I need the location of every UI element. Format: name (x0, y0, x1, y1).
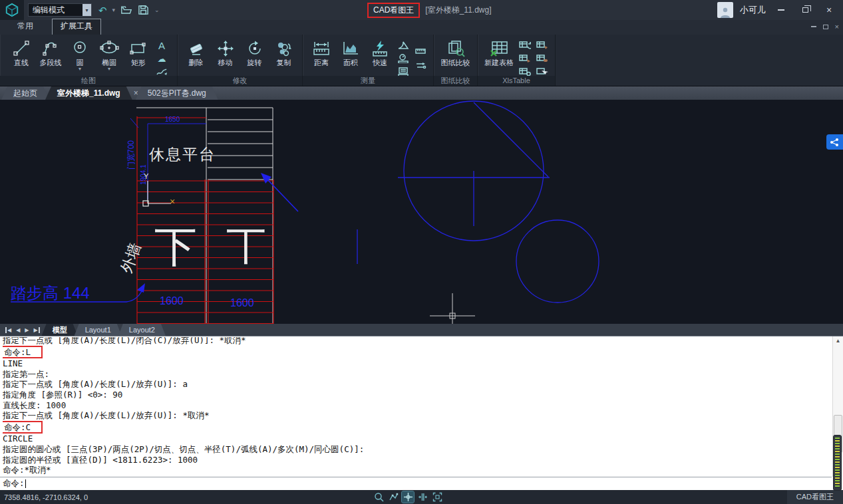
ribbon-group-compare: 图纸比较 图纸比较 (434, 35, 478, 86)
doc-close-icon[interactable]: × (835, 23, 839, 31)
command-line: 指定第一点: (3, 369, 831, 380)
split-view-icon[interactable] (417, 491, 428, 503)
drawing-compare-button[interactable]: 图纸比较 (436, 37, 476, 66)
title-bar: 编辑模式 ▾ ↶ ▾ ⌄ CAD看图王 [室外楼梯_11.dwg] (0, 0, 843, 20)
ribbon-group-draw: 直线 多段线 圆 ▾ 椭圆 ▾ (0, 35, 178, 86)
command-line: 指定角度 [参照(R)] <0>: 90 (3, 390, 831, 400)
command-highlight: 命令:C (3, 421, 43, 434)
measure-extra-tools-2 (413, 39, 428, 78)
offset-arrows-icon[interactable] (413, 59, 428, 71)
measure-extra-tools-1 (396, 39, 411, 78)
document-window-controls: × (811, 23, 839, 31)
mode-select[interactable]: 编辑模式 ▾ (28, 3, 92, 17)
measure-group-label: 测量 (303, 76, 433, 86)
user-avatar[interactable] (717, 2, 733, 18)
tab-model[interactable]: 模型 (42, 324, 78, 336)
xls-import-table-icon[interactable] (518, 53, 532, 64)
quick-measure-button[interactable]: 快速 (365, 37, 395, 66)
title-bar-right: 小可儿 × (717, 0, 843, 20)
new-table-button[interactable]: 新建表格 (482, 37, 516, 66)
prev-layout-icon[interactable]: ◀ (16, 327, 20, 333)
text-tool-icon[interactable]: A (154, 39, 169, 51)
draw-extra-tools: A ☁ (154, 39, 169, 78)
scroll-up-icon[interactable]: ▲ (833, 338, 843, 344)
ellipse-tool-button[interactable]: 椭圆 ▾ (94, 37, 124, 71)
tab-layout2[interactable]: Layout2 (118, 324, 166, 336)
command-input[interactable]: 命令: (0, 477, 832, 490)
mode-select-value: 编辑模式 (29, 5, 83, 16)
undo-icon[interactable]: ↶ (98, 5, 107, 15)
circle-tool-button[interactable]: 圆 ▾ (65, 37, 94, 71)
close-button[interactable]: × (820, 3, 838, 17)
circle-dropdown-icon[interactable]: ▾ (79, 66, 81, 71)
zoom-tool-icon[interactable] (373, 491, 385, 503)
toolbar-more-icon[interactable]: ⌄ (154, 7, 160, 13)
command-line: 命令:C (3, 421, 831, 434)
line-tool-button[interactable]: 直线 (7, 37, 36, 66)
app-logo[interactable] (0, 0, 24, 20)
ribbon-group-measure: 距离 面积 快速 (303, 35, 434, 86)
ribbon-toolbar: 直线 多段线 圆 ▾ 椭圆 ▾ (0, 35, 843, 86)
copy-tool-button[interactable]: 复制 (269, 37, 299, 66)
save-icon[interactable] (138, 5, 149, 15)
move-tool-button[interactable]: 移动 (211, 37, 240, 66)
erase-tool-label: 删除 (189, 59, 204, 66)
rectangle-tool-button[interactable]: 矩形 (124, 37, 153, 66)
drawing-canvas[interactable]: 1650 1904.1 门宽700 休息平台 Y × 下 丅 外墙 踏步高 14… (0, 100, 843, 324)
zoom-extents-icon[interactable] (431, 491, 443, 503)
xls-update-table-icon[interactable] (518, 39, 532, 51)
angle-measure-icon[interactable] (396, 39, 411, 51)
last-layout-icon[interactable]: ▶ (33, 327, 39, 333)
move-tool-label: 移动 (218, 59, 233, 66)
restore-button[interactable] (796, 3, 814, 17)
doc-restore-icon[interactable] (823, 25, 828, 29)
ribbon-group-modify: 删除 移动 旋转 (178, 35, 303, 86)
rotate-tool-button[interactable]: 旋转 (240, 37, 269, 66)
undo-dropdown-icon[interactable]: ▾ (112, 7, 116, 13)
ribbon-tab-bar: 常用 扩展工具 × (0, 20, 843, 35)
ribbon-empty-space (556, 35, 843, 86)
tab-start-page[interactable]: 起始页 (1, 86, 49, 100)
tab-other-drawing[interactable]: 502동PIT층.dwg (136, 86, 218, 100)
revision-cloud-icon[interactable]: ☁ (154, 53, 169, 64)
rotate-tool-label: 旋转 (248, 59, 262, 66)
rectangle-tool-label: 矩形 (131, 59, 146, 66)
xls-edit-table-icon[interactable] (535, 53, 550, 64)
line-icon (13, 40, 30, 57)
drawing-entities: 1650 1904.1 门宽700 休息平台 Y × 下 丅 外墙 踏步高 14… (0, 100, 843, 324)
ellipse-dropdown-icon[interactable]: ▾ (108, 66, 110, 71)
share-button[interactable] (826, 134, 843, 150)
open-file-icon[interactable] (120, 5, 132, 15)
ruler-icon[interactable] (413, 46, 428, 58)
command-history[interactable]: 指定下一点或 [角度(A)/长度(L)/闭合(C)/放弃(U)]: *取消*命令… (3, 337, 831, 476)
command-line: 命令:L (3, 346, 831, 359)
tab-extended-tools[interactable]: 扩展工具 (52, 19, 101, 35)
first-layout-icon[interactable]: ◀ (5, 327, 11, 333)
mode-select-dropdown[interactable]: ▾ (83, 4, 91, 16)
next-layout-icon[interactable]: ▶ (25, 327, 29, 333)
arc-measure-icon[interactable] (396, 53, 411, 64)
app-name-badge: CAD看图王 (367, 3, 420, 18)
distance-tool-button[interactable]: 距离 (307, 37, 336, 66)
distance-tool-label: 距离 (314, 59, 329, 66)
crosshair-toggle-icon[interactable] (402, 491, 414, 503)
doc-minimize-icon[interactable] (811, 26, 816, 27)
area-tool-button[interactable]: 面积 (336, 37, 365, 66)
command-line: 指定圆的圆心或 [三点(3P)/两点(2P)/切点、切点、半径(T)/弧线(A)… (3, 444, 831, 455)
command-highlight: 命令:L (3, 346, 43, 359)
xls-export-table-icon[interactable] (535, 39, 550, 51)
polyline-snap-icon[interactable] (387, 491, 399, 503)
dim-top-text: 1650 (165, 116, 180, 123)
polyline-tool-button[interactable]: 多段线 (36, 37, 65, 66)
modify-group-label: 修改 (178, 76, 302, 86)
close-icon: × (826, 5, 832, 15)
minimize-button[interactable] (772, 3, 790, 17)
tab-common[interactable]: 常用 (9, 19, 41, 35)
tab-active-drawing[interactable]: 室外楼梯_11.dwg (45, 86, 132, 100)
recorder-level-widget (833, 435, 842, 491)
erase-tool-button[interactable]: 删除 (182, 37, 211, 66)
command-line: 指定下一点或 [角度(A)/长度(L)/闭合(C)/放弃(U)]: *取消* (3, 337, 831, 346)
eraser-icon (188, 40, 205, 57)
tab-layout1[interactable]: Layout1 (75, 324, 122, 336)
username-label[interactable]: 小可儿 (740, 4, 766, 16)
